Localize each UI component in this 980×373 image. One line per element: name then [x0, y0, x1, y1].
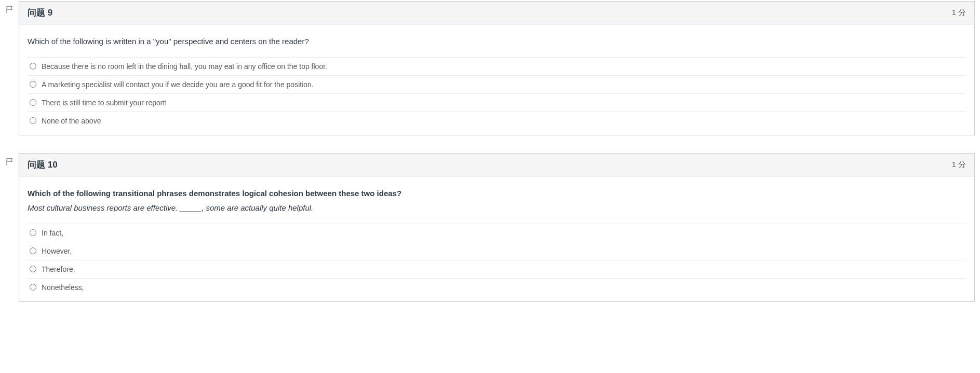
question-header: 问题 10 1 分	[19, 154, 974, 176]
answer-text: Nonetheless,	[42, 283, 964, 292]
question-body: Which of the following is written in a "…	[19, 24, 974, 135]
question-title: 问题 10	[28, 159, 58, 171]
radio-input[interactable]	[30, 247, 36, 254]
answer-text: In fact,	[42, 229, 964, 237]
question-box: 问题 10 1 分 Which of the following transit…	[19, 153, 975, 302]
question-header: 问题 9 1 分	[19, 2, 974, 24]
answer-text: Because there is no room left in the din…	[42, 62, 964, 71]
answer-option[interactable]: Nonetheless,	[28, 279, 966, 296]
question-points: 1 分	[951, 160, 966, 170]
question-points: 1 分	[951, 8, 966, 18]
answers-list: In fact, However, Therefore, Nonetheless…	[28, 224, 966, 296]
answer-option[interactable]: There is still time to submit your repor…	[28, 94, 966, 112]
question-wrapper: 问题 9 1 分 Which of the following is writt…	[5, 1, 975, 135]
radio-input[interactable]	[30, 63, 36, 70]
answer-text: None of the above	[42, 117, 964, 125]
answer-text: There is still time to submit your repor…	[42, 99, 964, 107]
question-prompt: Which of the following transitional phra…	[28, 188, 966, 214]
radio-input[interactable]	[30, 266, 36, 272]
radio-input[interactable]	[30, 229, 36, 236]
answer-text: However,	[42, 247, 964, 255]
question-wrapper: 问题 10 1 分 Which of the following transit…	[5, 153, 975, 302]
flag-icon[interactable]	[5, 157, 16, 168]
prompt-subtext: Most cultural business reports are effec…	[28, 202, 966, 214]
answer-text: A marketing specialist will contact you …	[42, 80, 964, 89]
radio-input[interactable]	[30, 284, 36, 291]
question-title: 问题 9	[28, 7, 52, 19]
question-body: Which of the following transitional phra…	[19, 176, 974, 301]
prompt-text: Which of the following transitional phra…	[28, 189, 401, 198]
answer-option[interactable]: However,	[28, 242, 966, 260]
answer-option[interactable]: None of the above	[28, 112, 966, 130]
question-box: 问题 9 1 分 Which of the following is writt…	[19, 1, 975, 135]
answer-text: Therefore,	[42, 265, 964, 273]
answer-option[interactable]: In fact,	[28, 224, 966, 242]
answers-list: Because there is no room left in the din…	[28, 57, 966, 130]
answer-option[interactable]: Therefore,	[28, 260, 966, 279]
radio-input[interactable]	[30, 117, 36, 124]
prompt-text: Which of the following is written in a "…	[28, 37, 309, 46]
answer-option[interactable]: Because there is no room left in the din…	[28, 58, 966, 76]
answer-option[interactable]: A marketing specialist will contact you …	[28, 76, 966, 94]
flag-icon[interactable]	[5, 5, 16, 16]
radio-input[interactable]	[30, 81, 36, 88]
question-prompt: Which of the following is written in a "…	[28, 36, 966, 48]
radio-input[interactable]	[30, 99, 36, 106]
